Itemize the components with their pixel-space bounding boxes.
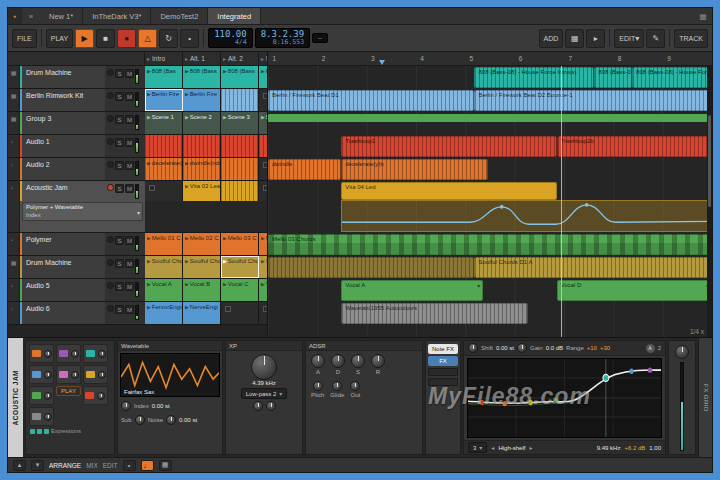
mute-button[interactable]: M	[125, 161, 134, 170]
dial-panel-button[interactable]	[123, 460, 136, 471]
mod-cell[interactable]	[56, 365, 81, 384]
arranger-clip[interactable]	[268, 257, 474, 278]
mix-view-button[interactable]: MIX	[86, 462, 98, 469]
automation-lane[interactable]	[341, 200, 712, 232]
track-name[interactable]: Berlin Rimwork Kit	[20, 89, 105, 111]
pads-panel-button[interactable]	[159, 460, 172, 471]
cutoff-knob[interactable]	[251, 354, 277, 380]
arranger-clip[interactable]: Berlin / Firework Beat D1	[268, 90, 474, 111]
env-amount-knob[interactable]	[266, 401, 276, 411]
arranger-clip[interactable]: decelerate(y)b	[341, 159, 488, 180]
clip-slot[interactable]: Soulful Cho	[183, 256, 221, 278]
clip-slot[interactable]: Mello 03 C	[221, 233, 259, 255]
track-device-chooser[interactable]: Polymer + Wavetable Index	[22, 202, 143, 221]
filter-title[interactable]: XP	[226, 341, 302, 351]
solo-button[interactable]: S	[115, 184, 124, 193]
pen-tool-button[interactable]	[646, 29, 665, 48]
workspace-icon[interactable]	[694, 8, 712, 24]
record-arm-button[interactable]	[107, 161, 114, 168]
wavetable-display[interactable]: Fairfax Sax	[120, 353, 220, 397]
clip-slot[interactable]	[145, 135, 183, 157]
scene-header[interactable]: Alt. 1	[183, 52, 221, 65]
clip-slot[interactable]: Mello 02 C	[183, 233, 221, 255]
fx-slot[interactable]	[428, 368, 458, 376]
resonance-knob[interactable]	[253, 401, 263, 411]
clip-slot[interactable]	[221, 158, 259, 180]
file-button[interactable]: FILE	[12, 29, 37, 48]
mod-knob[interactable]	[44, 392, 52, 400]
clip-slot[interactable]: 808 (Bas	[145, 66, 183, 88]
onscreen-keyboard-button[interactable]	[141, 460, 154, 471]
mute-button[interactable]: M	[125, 138, 134, 147]
clip-slot[interactable]: Vocal B	[183, 279, 221, 301]
mute-button[interactable]: M	[125, 236, 134, 245]
expressions-row[interactable]: Expressions	[29, 428, 111, 434]
track-name[interactable]: Group 3	[20, 112, 105, 134]
shift-knob[interactable]	[468, 343, 478, 353]
groove-display[interactable]: —	[312, 33, 328, 44]
release-knob[interactable]	[371, 354, 385, 368]
mod-cell[interactable]	[29, 365, 54, 384]
mute-button[interactable]: M	[125, 69, 134, 78]
mod-cell[interactable]	[83, 386, 108, 405]
arranger-clip[interactable]: Wavetab(1955 Autocolours	[341, 303, 527, 324]
mod-cell[interactable]	[29, 386, 54, 405]
clip-slot-empty[interactable]	[221, 302, 259, 324]
solo-button[interactable]: S	[115, 138, 124, 147]
clip-slot[interactable]	[221, 181, 259, 201]
arranger-clip[interactable]: dwindle	[268, 159, 341, 180]
clip-slot[interactable]: Vita 03 Lead	[183, 181, 221, 201]
track-name[interactable]: Drum Machine	[20, 256, 105, 278]
arrange-view-button[interactable]: ARRANGE	[49, 462, 81, 469]
track-name[interactable]: Audio 1	[20, 135, 105, 157]
clip-slot[interactable]	[183, 135, 221, 157]
clip-slot[interactable]: FervorEngin	[145, 302, 183, 324]
arranger-clip[interactable]: Vita 04 Led	[341, 182, 556, 200]
sub-knob[interactable]	[135, 415, 145, 425]
clip-slot[interactable]	[259, 135, 267, 157]
record-arm-button[interactable]	[107, 115, 114, 122]
record-arm-button-on[interactable]	[107, 184, 114, 191]
track-name[interactable]: Acoustic Jam	[20, 181, 105, 201]
pitch-knob[interactable]	[313, 381, 323, 391]
mod-cell[interactable]	[29, 407, 54, 426]
group-clip-strip[interactable]	[268, 114, 712, 122]
group-scene-slot[interactable]: Scene 1	[145, 112, 183, 134]
play-button[interactable]	[75, 29, 94, 48]
clip-slot[interactable]: decelerate(d	[145, 158, 183, 180]
edit-cursor-icon[interactable]	[379, 60, 385, 65]
envelope-title[interactable]: ADSR	[306, 341, 422, 351]
arranger-clip[interactable]: 808 (Bass-08) - House Force F(s)	[632, 67, 712, 88]
prev-band-icon[interactable]	[491, 444, 494, 451]
mod-knob[interactable]	[98, 371, 106, 379]
clip-slot[interactable]: Berlin Fire	[183, 89, 221, 111]
mod-cell[interactable]	[83, 344, 108, 363]
clip-slot[interactable]: NerveEngi	[183, 302, 221, 324]
arranger-clip[interactable]: 808 (Bass-08)	[594, 67, 632, 88]
record-arm-button[interactable]	[107, 69, 114, 76]
record-button[interactable]	[117, 29, 136, 48]
arranger-clip[interactable]: 808 (Bass-08) - House Force Intro(s)	[474, 67, 594, 88]
mod-knob[interactable]	[44, 371, 52, 379]
panel-up-button[interactable]	[13, 460, 26, 471]
solo-button[interactable]: S	[115, 305, 124, 314]
output-volume-knob[interactable]	[675, 345, 689, 359]
play-mode-button[interactable]: PLAY	[46, 29, 73, 48]
clip-slot[interactable]: 808 (Bass	[183, 66, 221, 88]
arranger-clip[interactable]: Trashloop1	[341, 136, 556, 157]
device-panel-fx-tab[interactable]: FX GRID	[698, 338, 712, 457]
record-arm-button[interactable]	[107, 259, 114, 266]
clip-slot[interactable]	[221, 135, 259, 157]
solo-button[interactable]: S	[115, 259, 124, 268]
record-arm-button[interactable]	[107, 138, 114, 145]
overdub-button[interactable]	[180, 29, 199, 48]
group-scene-slot[interactable]: Scene 3	[221, 112, 259, 134]
clip-slot[interactable]: 808 (Bass	[221, 66, 259, 88]
scene-header[interactable]: Alt. 2	[221, 52, 259, 65]
clip-slot[interactable]: Vocal C	[221, 279, 259, 301]
track-name[interactable]: Audio 6	[20, 302, 105, 324]
scene-header[interactable]: Intro	[145, 52, 183, 65]
add-button[interactable]: ADD	[539, 29, 564, 48]
attack-knob[interactable]	[311, 354, 325, 368]
clip-slot[interactable]	[221, 89, 259, 111]
